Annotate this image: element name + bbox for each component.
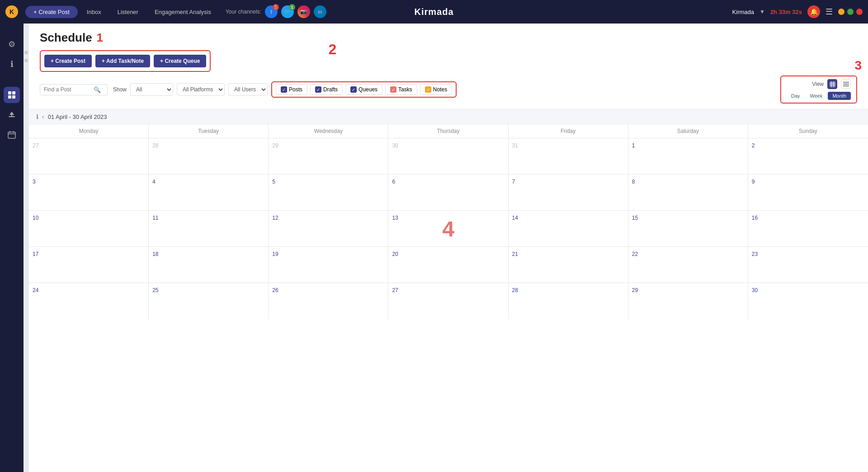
cal-cell-22[interactable]: 22 [628,247,748,283]
cal-date: 10 [33,215,38,221]
twitter-channel[interactable]: 🐦 1 [281,5,294,18]
cal-date: 12 [272,215,278,221]
cal-cell-23[interactable]: 23 [748,247,868,283]
menu-icon[interactable]: ☰ [826,7,833,17]
app-logo[interactable]: K [5,5,18,18]
cal-cell-12[interactable]: 12 [269,211,388,247]
cal-cell-10[interactable]: 10 [29,211,149,247]
svg-marker-5 [9,112,14,116]
cal-date: 29 [272,142,278,149]
calendar-day-headers: Monday Tuesday Wednesday Thursday Friday… [29,124,868,138]
cal-cell-4[interactable]: 4 [149,175,269,211]
chip-notes[interactable]: ✓ Notes [420,84,452,95]
cal-cell-21[interactable]: 21 [509,247,628,283]
cal-cell-18[interactable]: 18 [149,247,269,283]
create-queue-button[interactable]: + Create Queue [154,55,206,67]
cal-cell-28[interactable]: 28 [509,283,628,319]
tab-engagement-analysis[interactable]: Engagement Analysis [147,6,218,18]
cal-cell-24[interactable]: 24 [29,283,149,319]
cal-cell-11[interactable]: 11 [149,211,269,247]
day-header-wednesday: Wednesday [269,124,388,138]
window-controls [838,9,863,15]
chip-posts[interactable]: ✓ Posts [276,84,307,95]
cal-cell-26[interactable]: 26 [269,283,388,319]
cal-cell-5[interactable]: 5 [269,175,388,211]
facebook-channel[interactable]: f 5 [265,5,278,18]
cal-cell-30[interactable]: 30 [748,283,868,319]
cal-cell-2-apr[interactable]: 2 [748,138,868,175]
calendar-icon[interactable] [4,127,20,143]
chip-queues[interactable]: ✓ Queues [345,84,382,95]
upload-icon[interactable] [4,107,20,123]
cal-cell-6[interactable]: 6 [388,175,508,211]
show-select[interactable]: All Published Scheduled Draft [130,83,173,96]
search-input[interactable] [44,86,94,93]
create-post-button[interactable]: + Create Post [44,55,92,67]
add-task-note-button[interactable]: + Add Task/Note [95,55,150,67]
cal-date: 21 [512,251,518,257]
cal-date: 5 [272,179,275,185]
users-select[interactable]: All Users [228,83,268,96]
tab-inbox[interactable]: Inbox [80,6,108,18]
cal-date: 19 [272,251,278,257]
cal-cell-9[interactable]: 9 [748,175,868,211]
cal-cell-31-mar[interactable]: 31 [509,138,628,175]
date-prev-icon[interactable]: ‹ [42,113,44,120]
search-icon: 🔍 [94,86,101,93]
list-view-button[interactable] [841,79,851,89]
twitter-badge: 1 [289,4,295,10]
minimize-button[interactable] [838,9,844,15]
notification-bell[interactable]: 🔔 [807,5,820,18]
cal-cell-13[interactable]: 13 4 [388,211,508,247]
date-info-icon[interactable]: ℹ [36,113,38,120]
cal-cell-3[interactable]: 3 [29,175,149,211]
settings-icon[interactable]: ⚙ [4,36,20,52]
cal-cell-1-apr[interactable]: 1 [628,138,748,175]
svg-rect-2 [8,95,11,99]
week-view-button[interactable]: Week [806,92,827,100]
info-icon[interactable]: ℹ [4,56,20,72]
cal-cell-7[interactable]: 7 [509,175,628,211]
cal-cell-27-mar[interactable]: 27 [29,138,149,175]
search-box[interactable]: 🔍 [40,84,108,95]
cal-date: 16 [752,215,758,221]
cal-cell-28-mar[interactable]: 28 [149,138,269,175]
cal-cell-27[interactable]: 27 [388,283,508,319]
cal-cell-19[interactable]: 19 [269,247,388,283]
close-button[interactable] [856,9,863,15]
cal-date: 27 [33,142,38,149]
cal-cell-8[interactable]: 8 [628,175,748,211]
cal-cell-16[interactable]: 16 [748,211,868,247]
cal-cell-29-mar[interactable]: 29 [269,138,388,175]
filter-row: 🔍 Show All Published Scheduled Draft All… [40,76,857,104]
svg-rect-6 [8,132,15,138]
cal-date: 11 [152,215,158,221]
month-view-button[interactable]: Month [828,92,851,100]
cal-cell-14[interactable]: 14 [509,211,628,247]
cal-cell-30-mar[interactable]: 30 [388,138,508,175]
tab-listener[interactable]: Listener [110,6,146,18]
calendar-view-button[interactable] [827,79,837,89]
left-sidebar: ⚙ ℹ [0,24,24,472]
linkedin-channel[interactable]: in [314,5,326,18]
chip-tasks-checkbox: ✓ [390,86,396,93]
chip-tasks-label: Tasks [398,86,412,93]
day-view-button[interactable]: Day [787,92,805,100]
grid-icon[interactable] [4,87,20,103]
user-name[interactable]: Kirmada [732,9,754,15]
cal-cell-17[interactable]: 17 [29,247,149,283]
cal-cell-29[interactable]: 29 [628,283,748,319]
facebook-badge: 5 [273,4,279,10]
platform-select[interactable]: All Platforms Facebook Twitter Instagram [177,83,225,96]
chip-drafts[interactable]: ✓ Drafts [310,84,343,95]
instagram-channel[interactable]: 📷 [297,5,310,18]
cal-cell-15[interactable]: 15 [628,211,748,247]
callout-1: 1 [97,31,103,45]
maximize-button[interactable] [847,9,854,15]
cal-cell-25[interactable]: 25 [149,283,269,319]
channels-section: Your channels: f 5 🐦 1 📷 in [226,5,326,18]
channels-label: Your channels: [226,9,261,15]
chip-tasks[interactable]: ✓ Tasks [385,84,417,95]
tab-schedule[interactable]: + Create Post [25,6,78,18]
cal-cell-20[interactable]: 20 [388,247,508,283]
